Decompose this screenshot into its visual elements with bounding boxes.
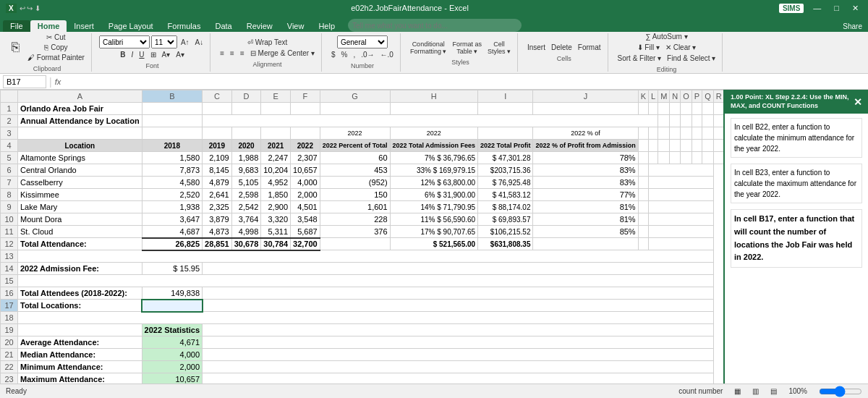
col-header-m[interactable]: M [658,90,670,103]
cell-k4[interactable] [638,140,648,152]
cell-j8[interactable]: 77% [533,189,638,201]
col-header-j[interactable]: J [533,90,638,103]
cell-k11[interactable] [638,226,648,238]
cell-a2[interactable]: Annual Attendance by Location [18,115,142,127]
currency-btn[interactable]: $ [329,50,338,59]
cell-i3[interactable] [478,127,533,140]
cell-b2[interactable] [142,115,202,127]
cell-k10[interactable] [638,213,648,226]
cell-c7[interactable]: 4,879 [203,177,232,189]
search-input[interactable] [348,19,522,32]
cell-l3[interactable] [649,127,658,140]
cell-a20[interactable]: Average Attendance: [18,336,142,349]
cell-a11[interactable]: St. Cloud [18,226,142,238]
view-layout-icon[interactable]: ▥ [752,387,759,395]
cell-c8[interactable]: 2,641 [203,189,232,201]
view-normal-icon[interactable]: ▦ [734,387,741,395]
cell-c3[interactable] [203,127,232,140]
cell-a5[interactable]: Altamonte Springs [18,152,142,164]
cell-i9[interactable]: $ 88,174.02 [478,201,533,213]
increase-decimal-btn[interactable]: .0→ [359,50,376,59]
cell-j10[interactable]: 81% [533,213,638,226]
cell-k12[interactable] [638,238,648,250]
cell-r1[interactable] [713,103,723,115]
cell-g11[interactable]: 376 [320,226,390,238]
tab-review[interactable]: Review [239,20,280,32]
cell-d4[interactable]: 2020 [231,140,261,152]
find-select-btn[interactable]: Find & Select ▾ [665,54,718,63]
cell-e6[interactable]: 10,204 [261,164,291,177]
cell-l2[interactable] [658,115,670,127]
cell-o1[interactable] [681,103,692,115]
cell-c12[interactable]: 28,851 [203,238,232,250]
cell-a8[interactable]: Kissimmee [18,189,142,201]
cell-j1[interactable] [533,103,638,115]
cell-e7[interactable]: 4,952 [261,177,291,189]
cell-row13[interactable] [18,250,714,263]
cell-k5[interactable] [638,152,648,164]
col-header-k[interactable]: K [638,90,648,103]
cell-b8[interactable]: 2,520 [142,189,202,201]
cell-b12[interactable]: 26,825 [142,238,202,250]
cell-i12[interactable]: $631,808.35 [478,238,533,250]
cell-b7[interactable]: 4,580 [142,177,202,189]
border-button[interactable]: ⊞ [148,50,158,59]
cell-c9[interactable]: 2,325 [203,201,232,213]
cell-g6[interactable]: 453 [320,164,390,177]
format-btn[interactable]: Format [576,43,603,52]
cell-o5[interactable] [681,152,692,164]
cell-b1[interactable] [142,103,202,115]
cell-o2[interactable] [692,115,702,127]
cell-e10[interactable]: 3,320 [261,213,291,226]
tab-formulas[interactable]: Formulas [161,20,208,32]
merge-center-btn[interactable]: ⊟ Merge & Center ▾ [248,48,317,58]
cell-b5[interactable]: 1,580 [142,152,202,164]
cell-b10[interactable]: 3,647 [142,213,202,226]
cell-a3[interactable] [18,127,142,140]
conditional-formatting-btn[interactable]: ConditionalFormatting ▾ [408,40,449,56]
cell-a14[interactable]: 2022 Admission Fee: [18,263,142,275]
paste-button[interactable]: ⎘ [7,38,24,56]
cell-b6[interactable]: 7,873 [142,164,202,177]
cell-d1[interactable] [231,103,261,115]
cell-n2[interactable] [681,115,692,127]
cell-g8[interactable]: 150 [320,189,390,201]
font-family-select[interactable]: Calibri [99,35,150,48]
cell-d11[interactable]: 4,998 [231,226,261,238]
cut-button[interactable]: ✂ Cut [25,33,87,42]
cell-p2[interactable] [702,115,714,127]
cell-m5[interactable] [658,152,670,164]
cell-n5[interactable] [670,152,681,164]
cell-j7[interactable]: 83% [533,177,638,189]
cell-f11[interactable]: 5,687 [291,226,320,238]
align-left-btn[interactable]: ≡ [218,48,226,58]
cell-rest8[interactable] [649,189,714,201]
insert-btn[interactable]: Insert [525,43,548,52]
tab-help[interactable]: Help [311,20,342,32]
cell-d7[interactable]: 5,105 [231,177,261,189]
autosum-btn[interactable]: ∑ AutoSum ▾ [643,32,689,41]
cell-i7[interactable]: $ 76,925.48 [478,177,533,189]
maximize-btn[interactable]: □ [830,4,843,12]
cell-f12[interactable]: 32,700 [291,238,320,250]
cell-l1[interactable] [649,103,658,115]
copy-button[interactable]: ⎘ Copy [25,43,87,52]
cell-g7[interactable]: (952) [320,177,390,189]
tab-home[interactable]: Home [30,20,67,32]
close-btn[interactable]: ✕ [848,4,862,13]
fill-color-button[interactable]: A▾ [160,50,173,59]
col-header-e[interactable]: E [261,90,291,103]
cell-b11[interactable]: 4,687 [142,226,202,238]
cell-m4[interactable] [658,140,670,152]
format-as-table-btn[interactable]: Format asTable ▾ [450,40,484,56]
cell-j6[interactable]: 83% [533,164,638,177]
cell-b23[interactable]: 10,657 [142,373,202,384]
cell-d8[interactable]: 2,598 [231,189,261,201]
cell-e5[interactable]: 2,247 [261,152,291,164]
comma-btn[interactable]: , [351,50,357,59]
cell-f6[interactable]: 10,657 [291,164,320,177]
cell-f4[interactable]: 2022 [291,140,320,152]
align-center-btn[interactable]: ≡ [228,48,237,58]
col-header-a[interactable]: A [18,90,142,103]
cell-a23[interactable]: Maximum Attendance: [18,373,142,384]
